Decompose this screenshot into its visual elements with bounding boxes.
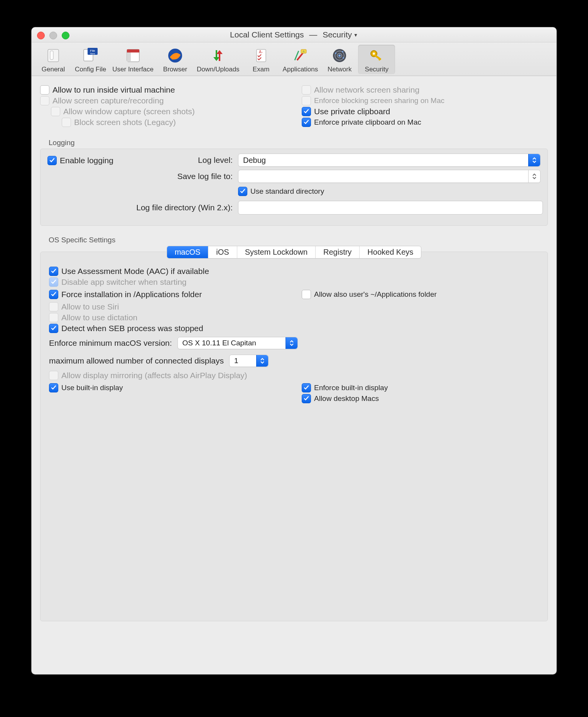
- svg-text:A-: A-: [259, 50, 263, 54]
- exam-icon: A-: [252, 46, 270, 65]
- saveto-select[interactable]: [238, 170, 541, 183]
- chk-allow-capture: Allow screen capture/recording: [40, 96, 286, 105]
- stepper-icon: [256, 355, 268, 367]
- os-tabs: macOS iOS System Lockdown Registry Hooke…: [167, 246, 422, 259]
- top-options: Allow to run inside virtual machine Allo…: [40, 84, 548, 129]
- chk-use-private-clip[interactable]: Use private clipboard: [302, 107, 548, 116]
- svg-text:New: New: [90, 52, 95, 55]
- titlebar: Local Client Settings — Security ▼: [32, 27, 556, 42]
- globe-icon: [166, 46, 184, 65]
- settings-window: Local Client Settings — Security ▼ Gener…: [31, 27, 557, 675]
- subtab-hooked-keys[interactable]: Hooked Keys: [360, 246, 421, 258]
- chk-use-std-dir[interactable]: Use standard directory: [238, 187, 541, 196]
- svg-point-18: [335, 52, 336, 54]
- chk-enforce-block-share: Enforce blocking screen sharing on Mac: [302, 96, 548, 105]
- chk-enforce-private-clip[interactable]: Enforce private clipboard on Mac: [302, 118, 548, 127]
- stepper-icon: [528, 154, 540, 166]
- stepper-icon: [286, 337, 297, 349]
- tab-security[interactable]: Security: [358, 45, 395, 74]
- chk-allow-mirror: Allow display mirroring (affects also Ai…: [49, 371, 539, 380]
- title-right: Security: [323, 30, 352, 39]
- os-body: Use Assessment Mode (AAC) if available D…: [40, 252, 548, 621]
- minimize-icon: [49, 32, 57, 39]
- chk-allow-siri: Allow to use Siri: [49, 302, 539, 311]
- subtab-system-lockdown[interactable]: System Lockdown: [237, 246, 316, 258]
- svg-point-22: [373, 52, 375, 55]
- max-displays-value: 1: [234, 357, 238, 365]
- chk-enforce-builtin[interactable]: Enforce built-in display: [302, 383, 539, 392]
- saveto-label: Save log file to:: [47, 172, 233, 181]
- chevron-down-icon: ▼: [353, 32, 358, 38]
- group-logging-title: Logging: [49, 139, 548, 147]
- group-os-title: OS Specific Settings: [49, 236, 548, 244]
- chk-allow-net-share: Allow network screen sharing: [302, 85, 548, 95]
- apps-icon: A: [291, 46, 309, 65]
- max-displays-label: maximum allowed number of connected disp…: [49, 356, 224, 365]
- network-icon: [330, 46, 349, 65]
- chk-use-aac[interactable]: Use Assessment Mode (AAC) if available: [49, 267, 539, 276]
- windir-label: Log file directory (Win 2.x):: [47, 203, 233, 212]
- window-controls: [37, 32, 69, 39]
- tab-general[interactable]: General: [35, 45, 72, 74]
- min-macos-select[interactable]: OS X 10.11 El Capitan: [177, 337, 298, 349]
- svg-text:A: A: [303, 50, 305, 53]
- group-os: OS Specific Settings macOS iOS System Lo…: [40, 236, 548, 621]
- tab-applications[interactable]: A Applications: [280, 45, 321, 74]
- tab-user-interface[interactable]: User Interface: [109, 45, 157, 74]
- loglevel-select[interactable]: Debug: [238, 154, 541, 167]
- svg-rect-23: [375, 55, 382, 60]
- subtab-ios[interactable]: iOS: [208, 246, 237, 258]
- window-title[interactable]: Local Client Settings — Security ▼: [32, 30, 556, 39]
- loglevel-value: Debug: [243, 156, 266, 165]
- config-file-icon: FileNew: [81, 46, 100, 65]
- content: Allow to run inside virtual machine Allo…: [32, 76, 556, 674]
- svg-point-19: [343, 57, 344, 59]
- svg-rect-8: [127, 52, 131, 62]
- transfer-icon: [209, 46, 227, 65]
- tab-down-uploads[interactable]: Down/Uploads: [194, 45, 243, 74]
- template-icon: [124, 46, 142, 65]
- chk-allow-vm[interactable]: Allow to run inside virtual machine: [40, 85, 286, 95]
- top-right: Allow network screen sharing Enforce blo…: [302, 84, 548, 129]
- svg-point-17: [338, 54, 341, 57]
- zoom-icon[interactable]: [62, 32, 69, 39]
- chk-allow-desktop-mac[interactable]: Allow desktop Macs: [302, 394, 539, 403]
- chk-detect-stop[interactable]: Detect when SEB process was stopped: [49, 324, 539, 333]
- subtab-registry[interactable]: Registry: [316, 246, 360, 258]
- toolbar: General FileNew Config File User Interfa…: [32, 42, 556, 76]
- loglevel-label: Log level:: [47, 156, 233, 165]
- chk-allow-window-capture: Allow window capture (screen shots): [51, 107, 286, 116]
- switch-icon: [44, 46, 63, 65]
- windir-input[interactable]: [238, 201, 543, 215]
- min-macos-label: Enforce minimum macOS version:: [49, 338, 172, 348]
- svg-rect-7: [127, 49, 139, 52]
- close-icon[interactable]: [37, 32, 45, 39]
- stepper-icon: [528, 170, 540, 183]
- tab-config-file[interactable]: FileNew Config File: [72, 45, 109, 74]
- title-left: Local Client Settings: [230, 30, 304, 39]
- chk-force-install[interactable]: Force installation in /Applications fold…: [49, 290, 286, 299]
- key-icon: [367, 46, 386, 65]
- chk-block-shots: Block screen shots (Legacy): [62, 118, 286, 127]
- subtab-macos[interactable]: macOS: [167, 246, 209, 258]
- chk-allow-user-apps[interactable]: Allow also user's ~/Applications folder: [302, 290, 539, 299]
- max-displays-select[interactable]: 1: [229, 355, 269, 367]
- group-logging: Logging Enable logging Log level: Debug: [40, 139, 548, 226]
- chk-use-builtin[interactable]: Use built-in display: [49, 383, 286, 392]
- chk-disable-switcher: Disable app switcher when starting: [49, 277, 539, 287]
- tab-exam[interactable]: A- Exam: [243, 45, 280, 74]
- chk-allow-dictation: Allow to use dictation: [49, 313, 539, 322]
- title-sep: —: [309, 30, 317, 39]
- tab-browser[interactable]: Browser: [157, 45, 194, 74]
- min-macos-value: OS X 10.11 El Capitan: [182, 339, 256, 347]
- svg-rect-1: [50, 51, 53, 59]
- svg-point-20: [342, 51, 343, 52]
- svg-text:File: File: [90, 49, 95, 52]
- tab-network[interactable]: Network: [321, 45, 358, 74]
- top-left: Allow to run inside virtual machine Allo…: [40, 84, 286, 129]
